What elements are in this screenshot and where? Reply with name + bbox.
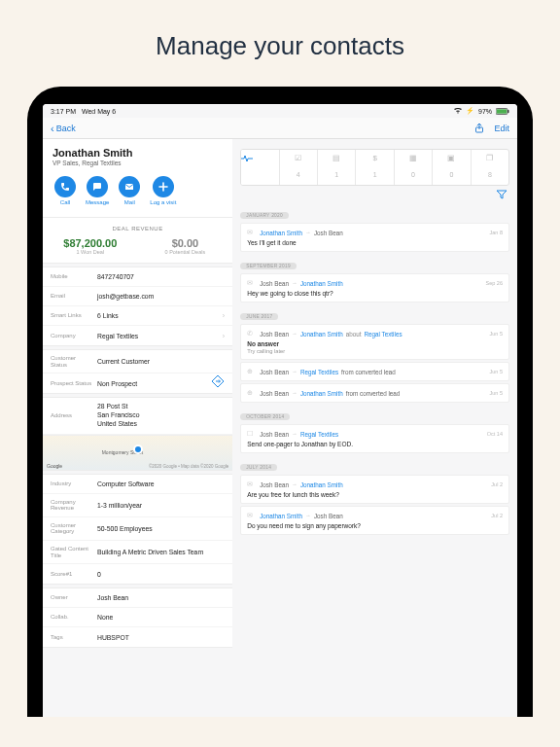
phone-icon: ✆ xyxy=(247,330,257,338)
chevron-right-icon: › xyxy=(223,312,225,319)
arrow-right-icon: → xyxy=(292,369,298,374)
battery-text: 97% xyxy=(478,108,492,115)
message-icon: ✉ xyxy=(247,480,257,488)
promo-title: Manage your contacts xyxy=(0,0,560,87)
timeline-item[interactable]: ⊕ Josh Bean → Jonathan Smith from conver… xyxy=(240,383,509,403)
note-icon: ▤ xyxy=(318,154,355,163)
task-icon: ☐ xyxy=(247,430,257,438)
potential-sub: 0 Potential Deals xyxy=(138,249,233,255)
status-card: Customer Status Current Customer Prospec… xyxy=(43,349,232,394)
tab-tasks[interactable]: ☑ 4 xyxy=(280,150,318,185)
address-card: Address 28 Post St San Francisco United … xyxy=(43,397,232,470)
contact-subtitle: VP Sales, Regal Textiles xyxy=(52,160,223,166)
category-row[interactable]: Customer Category 50-500 Employees xyxy=(43,517,232,541)
tab-activity[interactable] xyxy=(241,150,279,185)
timeline-item[interactable]: ✉ Jonathan Smith → Josh Bean Jan 8 Yes I… xyxy=(240,223,509,252)
back-label: Back xyxy=(56,124,76,133)
app-screen: 3:17 PM Wed May 6 ⚡ 97% ‹ Back xyxy=(43,104,517,717)
right-pane: ☑ 4 ▤ 1 $ 1 ▦ 0 xyxy=(232,139,517,717)
wifi-icon xyxy=(454,108,462,114)
call-label: Call xyxy=(60,199,70,205)
directions-icon[interactable] xyxy=(211,374,225,388)
battery-icon xyxy=(496,108,509,115)
status-time: 3:17 PM xyxy=(51,108,76,115)
message-label: Message xyxy=(86,199,109,205)
tags-row[interactable]: Tags HUBSPOT xyxy=(43,627,232,647)
arrow-right-icon: → xyxy=(292,431,298,437)
docs-icon: ❐ xyxy=(472,154,508,163)
message-button[interactable]: Message xyxy=(86,176,109,205)
industry-row[interactable]: Industry Computer Software xyxy=(43,475,232,494)
convert-icon: ⊕ xyxy=(247,389,257,397)
timeline-item[interactable]: ✉ Josh Bean → Jonathan Smith Jul 2 Are y… xyxy=(240,475,509,504)
date-pill: OCTOBER 2014 xyxy=(240,413,290,420)
contact-name: Jonathan Smith xyxy=(52,147,223,159)
won-sub: 1 Won Deal xyxy=(43,249,138,255)
date-pill: JANUARY 2020 xyxy=(240,212,289,219)
address-row[interactable]: Address 28 Post St San Francisco United … xyxy=(43,398,232,434)
mobile-row[interactable]: Mobile 8472740707 xyxy=(43,267,232,287)
activity-tabs: ☑ 4 ▤ 1 $ 1 ▦ 0 xyxy=(240,149,509,186)
status-date: Wed May 6 xyxy=(82,108,116,115)
message-icon: ✉ xyxy=(247,279,257,287)
action-row: Call Message Mail Log a visit xyxy=(54,176,223,205)
tablet-frame: 3:17 PM Wed May 6 ⚡ 97% ‹ Back xyxy=(27,87,533,717)
tab-deals[interactable]: $ 1 xyxy=(356,150,394,185)
map-provider: Google xyxy=(47,463,62,469)
timeline-item[interactable]: ✉ Jonathan Smith → Josh Bean Jul 2 Do yo… xyxy=(240,506,509,535)
map-attribution: ©2020 Google • Map data ©2020 Google xyxy=(149,464,228,469)
tab-attachments[interactable]: ▦ 0 xyxy=(395,150,433,185)
arrow-right-icon: → xyxy=(292,390,298,396)
collab-row[interactable]: Collab. None xyxy=(43,608,232,627)
nav-bar: ‹ Back Edit xyxy=(43,118,517,139)
chevron-left-icon: ‹ xyxy=(51,123,54,134)
deal-revenue-heading: DEAL REVENUE xyxy=(43,218,232,235)
back-button[interactable]: ‹ Back xyxy=(51,123,76,134)
contact-details-card: Mobile 8472740707 Email josh@getbase.com… xyxy=(43,267,232,346)
share-icon[interactable] xyxy=(474,124,484,133)
log-visit-label: Log a visit xyxy=(150,199,176,205)
company-info-card: Industry Computer Software Company Reven… xyxy=(43,474,232,586)
mail-button[interactable]: Mail xyxy=(119,176,140,205)
timeline-item[interactable]: ☐ Josh Bean → Regal Textiles Oct 14 Send… xyxy=(240,424,509,453)
customer-status-row[interactable]: Customer Status Current Customer xyxy=(43,350,232,374)
svg-rect-2 xyxy=(508,110,508,113)
mail-label: Mail xyxy=(124,199,135,205)
arrow-right-icon: → xyxy=(292,481,298,487)
won-deals[interactable]: $87,200.00 1 Won Deal xyxy=(43,235,138,263)
arrow-right-icon: → xyxy=(292,331,298,337)
edit-button[interactable]: Edit xyxy=(494,124,509,133)
revenue-row[interactable]: Company Revenue 1-3 million/year xyxy=(43,494,232,517)
company-row[interactable]: Company Regal Textiles › xyxy=(43,326,232,345)
map-pin-icon xyxy=(133,445,143,454)
score-row[interactable]: Score#1 0 xyxy=(43,564,232,584)
activity-timeline: JANUARY 2020 ✉ Jonathan Smith → Josh Bea… xyxy=(232,203,517,547)
convert-icon: ⊕ xyxy=(247,368,257,375)
smart-links-row[interactable]: Smart Links 6 Links › xyxy=(43,306,232,326)
chevron-right-icon: › xyxy=(223,333,225,339)
timeline-item[interactable]: ✆ Josh Bean → Jonathan Smith about Regal… xyxy=(240,324,509,360)
email-row[interactable]: Email josh@getbase.com xyxy=(43,287,232,306)
prospect-status-row[interactable]: Prospect Status Non Prospect xyxy=(43,374,232,393)
calendar-icon: ▣ xyxy=(433,154,470,163)
checkbox-icon: ☑ xyxy=(280,154,317,163)
tab-notes[interactable]: ▤ 1 xyxy=(318,150,356,185)
tab-docs[interactable]: ❐ 8 xyxy=(472,150,508,185)
status-left: 3:17 PM Wed May 6 xyxy=(51,108,116,115)
gated-content-row[interactable]: Gated Content Title Building A Metric Dr… xyxy=(43,541,232,564)
dollar-icon: $ xyxy=(356,154,393,163)
ownership-card: Owner Josh Bean Collab. None Tags HUBSPO… xyxy=(43,587,232,648)
log-visit-button[interactable]: Log a visit xyxy=(150,176,176,205)
potential-amount: $0.00 xyxy=(138,237,233,249)
map-thumbnail[interactable]: Montgomery Street Google ©2020 Google • … xyxy=(43,435,232,470)
owner-row[interactable]: Owner Josh Bean xyxy=(43,588,232,608)
timeline-item[interactable]: ⊕ Josh Bean → Regal Textiles from conver… xyxy=(240,362,509,381)
filter-icon[interactable] xyxy=(496,190,508,199)
status-right: ⚡ 97% xyxy=(454,107,509,115)
timeline-item[interactable]: ✉ Josh Bean → Jonathan Smith Sep 26 Hey … xyxy=(240,273,509,302)
message-icon: ✉ xyxy=(247,229,257,236)
potential-deals[interactable]: $0.00 0 Potential Deals xyxy=(138,235,233,263)
date-pill: JUNE 2017 xyxy=(240,313,278,320)
tab-appointments[interactable]: ▣ 0 xyxy=(433,150,471,185)
call-button[interactable]: Call xyxy=(54,176,76,205)
